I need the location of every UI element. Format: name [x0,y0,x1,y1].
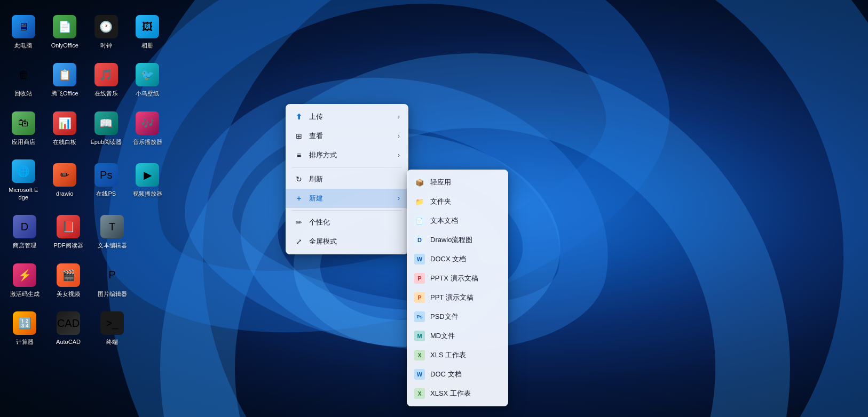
icon-img-cad: CAD [57,311,80,335]
icon-label-kuaifei: 腾飞Office [51,90,78,97]
sub-item-psd[interactable]: PsPSD文件 [407,307,508,326]
sub-label-lightweight: 轻应用 [430,178,451,187]
desktop-icon-recycle[interactable]: 🗑回收站 [5,59,42,101]
ctx-item-upload[interactable]: ⬆上传› [286,107,408,126]
sub-item-folder[interactable]: 📁文件夹 [407,192,508,211]
icon-label-recycle: 回收站 [14,90,32,97]
desktop-icon-whiteboard[interactable]: 📊在线白板 [47,107,83,150]
sub-item-docx[interactable]: WDOCX 文档 [407,250,508,269]
ctx-item-fullscreen[interactable]: ⤢全屏模式 [286,232,408,251]
icon-img-beauty: 🎬 [57,263,80,287]
desktop-icon-gallery[interactable]: 🖼相册 [130,11,166,53]
icon-label-pdf: PDF阅读器 [54,242,83,249]
desktop-icon-drawio[interactable]: ✏drawio [47,155,83,206]
sub-icon-md: M [414,331,425,341]
ctx-item-view[interactable]: ⊞查看› [286,126,408,146]
sub-icon-xlsx: X [414,388,425,399]
desktop-icon-terminal[interactable]: >_终端 [93,307,131,350]
icon-label-pc: 此电脑 [14,42,32,49]
icon-label-ps: 在线PS [96,190,116,197]
ctx-icon-new: + [294,194,304,203]
desktop-icons: 🖥此电脑📄OnlyOffice🕐时钟🖼相册🗑回收站📋腾飞Office🎵在线音乐🐦… [0,0,171,417]
icon-label-texteditor: 文本编辑器 [98,242,127,249]
desktop-icon-cad[interactable]: CADAutoCAD [49,307,88,350]
ctx-label-personalize: 个性化 [309,218,400,227]
icon-label-epub: Epub阅读器 [90,138,122,146]
sub-item-textdoc[interactable]: 📄文本文档 [407,211,508,230]
sub-label-folder: 文件夹 [430,197,451,206]
desktop-icon-music[interactable]: 🎵在线音乐 [88,59,124,101]
sub-label-pptx: PPTX 演示文稿 [430,274,478,283]
sub-icon-pptx: P [414,273,425,284]
icon-label-drawio: drawio [56,190,73,197]
ctx-item-new[interactable]: +新建› [286,189,408,208]
desktop-icon-pc[interactable]: 🖥此电脑 [5,11,42,53]
desktop-icon-epub[interactable]: 📖Epub阅读器 [88,107,124,150]
desktop-icon-ps[interactable]: Ps在线PS [88,155,124,206]
sub-icon-textdoc: 📄 [414,215,425,226]
sub-label-docx: DOCX 文档 [430,254,466,264]
desktop-icon-shopmanage[interactable]: D商店管理 [5,211,44,253]
icon-label-shopmanage: 商店管理 [13,242,36,249]
ctx-item-personalize[interactable]: ✏个性化 [286,213,408,232]
icon-img-whiteboard: 📊 [53,111,76,135]
desktop-icon-bird[interactable]: 🐦小鸟壁纸 [130,59,166,101]
icon-label-terminal: 终端 [106,338,118,346]
sub-label-md: MD文件 [430,331,455,341]
ctx-icon-upload: ⬆ [294,112,304,122]
ctx-arrow-view: › [398,132,400,140]
sub-item-md[interactable]: MMD文件 [407,326,508,346]
sub-item-lightweight[interactable]: 📦轻应用 [407,173,508,192]
desktop-icon-appstore[interactable]: 🛍应用商店 [5,107,42,150]
desktop-icon-imgEditor[interactable]: P图片编辑器 [93,259,131,302]
ctx-separator-1 [292,167,402,167]
sub-label-xlsx: XLSX 工作表 [430,389,471,398]
desktop-icon-clock[interactable]: 🕐时钟 [88,11,124,53]
icon-img-musicplayer: 🎶 [136,111,159,135]
sub-icon-drawio: D [414,235,425,245]
sub-icon-docx: W [414,254,425,264]
icon-img-texteditor: T [100,215,124,238]
sub-item-drawio[interactable]: DDrawio流程图 [407,230,508,250]
sub-label-drawio: Drawio流程图 [430,235,472,245]
desktop-icon-pdf[interactable]: 📕PDF阅读器 [49,211,88,253]
icon-label-music: 在线音乐 [94,90,118,97]
ctx-label-fullscreen: 全屏模式 [309,237,400,246]
sub-item-doc[interactable]: WDOC 文档 [407,365,508,384]
sub-item-xls[interactable]: XXLS 工作表 [407,346,508,365]
icon-img-ps: Ps [94,163,118,187]
ctx-icon-sort: ≡ [294,150,304,160]
icon-img-recycle: 🗑 [12,63,35,86]
ctx-item-refresh[interactable]: ↻刷新 [286,170,408,189]
desktop-icon-edge[interactable]: 🌐Microsoft Edge [5,155,42,206]
icon-img-terminal: >_ [100,311,124,335]
icon-img-shopmanage: D [13,215,36,238]
icon-label-cad: AutoCAD [56,338,81,346]
desktop-icon-musicplayer[interactable]: 🎶音乐播放器 [130,107,166,150]
ctx-label-view: 查看 [309,131,392,141]
ctx-item-sort[interactable]: ≡排序方式› [286,146,408,165]
sub-icon-psd: Ps [414,311,425,322]
icon-img-epub: 📖 [94,111,118,135]
icon-label-imgEditor: 图片编辑器 [98,290,127,298]
desktop-icon-kuaifei[interactable]: 📋腾飞Office [47,59,83,101]
desktop-icon-video[interactable]: ▶视频播放器 [130,155,166,206]
ctx-arrow-upload: › [398,113,400,121]
sub-item-ppt[interactable]: PPPT 演示文稿 [407,288,508,307]
icon-label-musicplayer: 音乐播放器 [133,138,162,146]
ctx-separator-2 [292,210,402,211]
icon-img-activate: ⚡ [13,263,36,287]
icon-img-pc: 🖥 [12,15,35,38]
ctx-arrow-sort: › [398,151,400,159]
desktop-icon-onlyoffice[interactable]: 📄OnlyOffice [47,11,83,53]
sub-item-xlsx[interactable]: XXLSX 工作表 [407,384,508,403]
icon-img-edge: 🌐 [12,159,35,183]
desktop-icon-activate[interactable]: ⚡激活码生成 [5,259,44,302]
desktop-icon-texteditor[interactable]: T文本编辑器 [93,211,131,253]
icon-img-gallery: 🖼 [136,15,159,38]
context-menu: ⬆上传›⊞查看›≡排序方式›↻刷新+新建›✏个性化⤢全屏模式 [286,104,408,254]
desktop-icon-calc[interactable]: 🔢计算器 [5,307,44,350]
sub-item-pptx[interactable]: PPPTX 演示文稿 [407,269,508,288]
desktop-icon-beauty[interactable]: 🎬美女视频 [49,259,88,302]
icon-img-kuaifei: 📋 [53,63,76,86]
